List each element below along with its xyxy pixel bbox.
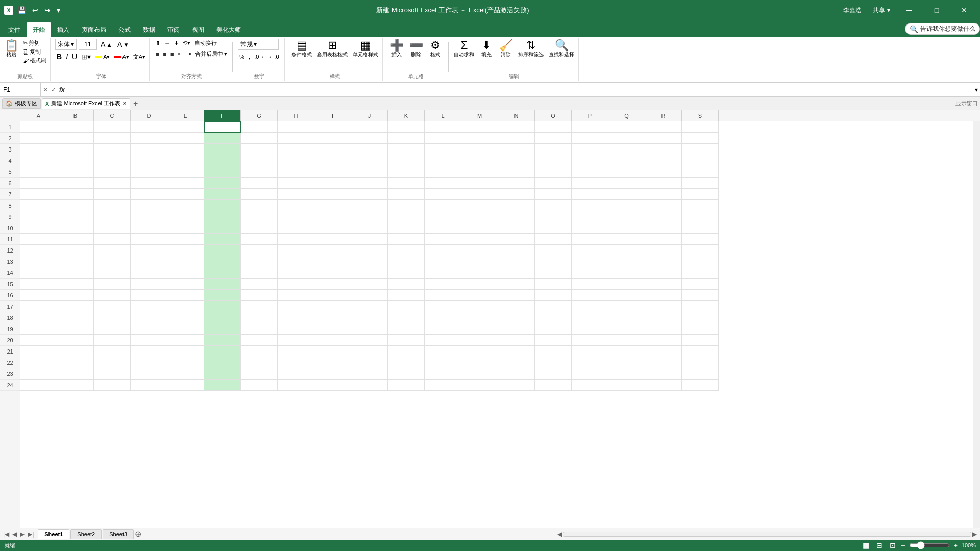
cell-P18[interactable] (572, 312, 608, 323)
cell-K18[interactable] (388, 312, 425, 323)
cell-I16[interactable] (314, 290, 351, 301)
cell-Q6[interactable] (608, 178, 645, 189)
cell-J8[interactable] (351, 200, 388, 211)
cell-A16[interactable] (20, 290, 57, 301)
cell-G16[interactable] (241, 290, 278, 301)
cell-A8[interactable] (20, 200, 57, 211)
cell-E6[interactable] (167, 178, 204, 189)
orient-text-button[interactable]: ⟲▾ (181, 39, 192, 47)
cell-O21[interactable] (535, 346, 572, 357)
cell-A9[interactable] (20, 211, 57, 222)
cell-N11[interactable] (498, 234, 535, 245)
cell-M8[interactable] (461, 200, 498, 211)
sort-filter-button[interactable]: ⇅ 排序和筛选 (516, 39, 546, 59)
cell-I10[interactable] (314, 222, 351, 234)
cell-C7[interactable] (94, 189, 131, 200)
cell-M20[interactable] (461, 335, 498, 346)
cell-J9[interactable] (351, 211, 388, 222)
cell-N21[interactable] (498, 346, 535, 357)
cell-R13[interactable] (645, 256, 682, 267)
cell-N20[interactable] (498, 335, 535, 346)
cell-E15[interactable] (167, 279, 204, 290)
cell-H4[interactable] (278, 155, 314, 166)
cell-P5[interactable] (572, 166, 608, 178)
merge-center-button[interactable]: 合并后居中▾ (193, 49, 229, 58)
cell-J17[interactable] (351, 301, 388, 312)
cell-F15[interactable] (204, 279, 241, 290)
font-size-input[interactable] (79, 39, 97, 50)
row-num-22[interactable]: 22 (0, 357, 20, 368)
cell-M9[interactable] (461, 211, 498, 222)
cell-N13[interactable] (498, 256, 535, 267)
cell-G11[interactable] (241, 234, 278, 245)
cell-Q7[interactable] (608, 189, 645, 200)
cell-P13[interactable] (572, 256, 608, 267)
cell-Q2[interactable] (608, 133, 645, 144)
sheet-tab-1[interactable]: Sheet1 (38, 529, 69, 539)
row-num-3[interactable]: 3 (0, 144, 20, 155)
cell-G21[interactable] (241, 346, 278, 357)
cell-D17[interactable] (131, 301, 167, 312)
cell-I14[interactable] (314, 267, 351, 279)
cell-D7[interactable] (131, 189, 167, 200)
cell-B5[interactable] (57, 166, 94, 178)
increase-indent-button[interactable]: ⇥ (185, 49, 192, 58)
cell-K19[interactable] (388, 323, 425, 335)
cell-P11[interactable] (572, 234, 608, 245)
cell-I7[interactable] (314, 189, 351, 200)
cell-K17[interactable] (388, 301, 425, 312)
cell-N7[interactable] (498, 189, 535, 200)
cell-B13[interactable] (57, 256, 94, 267)
row-num-7[interactable]: 7 (0, 189, 20, 200)
col-header-i[interactable]: I (314, 110, 351, 121)
cell-M4[interactable] (461, 155, 498, 166)
italic-button[interactable]: I (64, 52, 69, 61)
cell-A15[interactable] (20, 279, 57, 290)
align-left-button[interactable]: ≡ (154, 49, 160, 58)
cell-E5[interactable] (167, 166, 204, 178)
cell-L11[interactable] (425, 234, 461, 245)
decrease-decimal-button[interactable]: ←.0 (267, 53, 280, 60)
redo-button[interactable]: ↪ (42, 5, 53, 15)
cell-F8[interactable] (204, 200, 241, 211)
cell-A5[interactable] (20, 166, 57, 178)
tab-close-button[interactable]: ✕ (122, 101, 127, 106)
cell-N23[interactable] (498, 368, 535, 380)
cell-M10[interactable] (461, 222, 498, 234)
cell-Q23[interactable] (608, 368, 645, 380)
cell-Q12[interactable] (608, 245, 645, 256)
cell-K7[interactable] (388, 189, 425, 200)
cell-I18[interactable] (314, 312, 351, 323)
row-num-16[interactable]: 16 (0, 290, 20, 301)
cell-A18[interactable] (20, 312, 57, 323)
cell-N22[interactable] (498, 357, 535, 368)
cell-F21[interactable] (204, 346, 241, 357)
tab-templates[interactable]: 🏠 模板专区 (2, 98, 41, 109)
cell-C6[interactable] (94, 178, 131, 189)
cell-F1[interactable] (204, 121, 241, 133)
cell-B3[interactable] (57, 144, 94, 155)
cell-J15[interactable] (351, 279, 388, 290)
cell-Q13[interactable] (608, 256, 645, 267)
cell-R16[interactable] (645, 290, 682, 301)
row-num-12[interactable]: 12 (0, 245, 20, 256)
cell-E22[interactable] (167, 357, 204, 368)
row-num-17[interactable]: 17 (0, 301, 20, 312)
cell-D20[interactable] (131, 335, 167, 346)
cell-O2[interactable] (535, 133, 572, 144)
cell-C2[interactable] (94, 133, 131, 144)
cell-C8[interactable] (94, 200, 131, 211)
cell-S10[interactable] (682, 222, 719, 234)
cell-M24[interactable] (461, 380, 498, 391)
cell-B21[interactable] (57, 346, 94, 357)
cell-G9[interactable] (241, 211, 278, 222)
cell-S12[interactable] (682, 245, 719, 256)
cell-H22[interactable] (278, 357, 314, 368)
underline-button[interactable]: U (70, 52, 79, 61)
cell-P17[interactable] (572, 301, 608, 312)
cell-C17[interactable] (94, 301, 131, 312)
row-num-13[interactable]: 13 (0, 256, 20, 267)
cell-L2[interactable] (425, 133, 461, 144)
cell-P8[interactable] (572, 200, 608, 211)
cell-K20[interactable] (388, 335, 425, 346)
